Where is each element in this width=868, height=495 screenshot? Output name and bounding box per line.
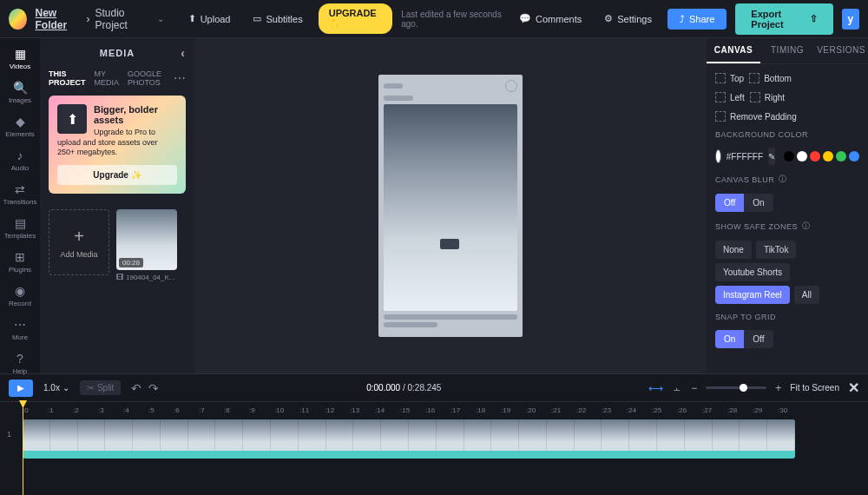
leftbar-item-plugins[interactable]: ⊞Plugins	[0, 247, 40, 277]
zoom-slider[interactable]	[706, 386, 766, 389]
add-media-button[interactable]: + Add Media	[49, 209, 109, 275]
tab-my-media[interactable]: MY MEDIA	[95, 69, 120, 87]
leftbar-item-more[interactable]: ⋯More	[0, 314, 40, 345]
canvas-area[interactable]	[194, 38, 707, 373]
settings-button[interactable]: ⚙Settings	[597, 9, 659, 29]
video-preview	[384, 104, 517, 311]
tab-timing[interactable]: TIMING	[760, 38, 814, 63]
video-clip[interactable]	[23, 419, 795, 451]
ruler-tick: :8	[224, 406, 249, 414]
subtitles-button[interactable]: ▭Subtitles	[246, 9, 309, 29]
leftbar-item-videos[interactable]: ▦Videos	[0, 43, 40, 74]
padding-top-check[interactable]: Top	[715, 73, 744, 83]
padding-right-check[interactable]: Right	[750, 92, 785, 102]
safezone-youtube-shorts[interactable]: Youtube Shorts	[715, 263, 790, 281]
avatar[interactable]: y	[842, 9, 860, 30]
plus-icon: +	[74, 227, 84, 247]
speed-selector[interactable]: 1.0x⌄	[43, 383, 69, 393]
safezone-tiktok[interactable]: TikTok	[756, 241, 797, 259]
audio-track[interactable]	[23, 450, 795, 459]
ruler-tick: :18	[476, 406, 501, 414]
split-button[interactable]: ✂Split	[80, 380, 121, 395]
ruler-tick: :21	[551, 406, 576, 414]
redo-button[interactable]: ↷	[148, 381, 159, 395]
zoom-out-icon[interactable]: −	[691, 382, 697, 394]
safezone-none[interactable]: None	[715, 241, 752, 259]
videos-icon: ▦	[15, 47, 26, 61]
ruler-tick: :16	[425, 406, 450, 414]
padding-left-check[interactable]: Left	[715, 92, 745, 102]
leftbar-item-templates[interactable]: ▤Templates	[0, 213, 40, 243]
share-button[interactable]: ⤴Share	[667, 9, 727, 30]
export-button[interactable]: Export Project⇧	[735, 3, 832, 35]
canvas-preview[interactable]	[378, 75, 523, 337]
info-icon[interactable]: ⓘ	[802, 221, 811, 232]
breadcrumb-folder[interactable]: New Folder	[36, 7, 82, 31]
breadcrumb: New Folder › Studio Project ⌄	[36, 7, 164, 31]
media-filename: 🎞190404_04_K...	[116, 274, 177, 281]
color-preset[interactable]	[836, 151, 846, 162]
collapse-icon[interactable]: ‹	[181, 46, 186, 60]
magnet-icon[interactable]: ⫠	[672, 382, 682, 394]
color-swatch[interactable]	[715, 149, 721, 163]
color-hex-input[interactable]: #FFFFFF	[727, 152, 763, 162]
export-icon: ⇧	[810, 13, 818, 24]
trim-icon[interactable]: ⟷	[648, 382, 663, 394]
upgrade-button[interactable]: UPGRADE ✨	[319, 3, 393, 34]
snap-on-button[interactable]: On	[715, 330, 744, 348]
snap-off-button[interactable]: Off	[744, 330, 773, 348]
zoom-in-icon[interactable]: +	[775, 382, 781, 394]
media-item[interactable]: 00:28 🎞190404_04_K...	[116, 209, 177, 281]
breadcrumb-project[interactable]: Studio Project	[95, 7, 148, 31]
ruler-tick: :24	[627, 406, 652, 414]
leftbar-item-elements[interactable]: ◆Elements	[0, 111, 40, 142]
color-preset[interactable]	[797, 151, 807, 162]
safezone-all[interactable]: All	[794, 286, 819, 304]
ruler-tick: :11	[299, 406, 325, 414]
padding-remove-check[interactable]: Remove Padding	[715, 111, 859, 122]
leftbar-item-record[interactable]: ◉Record	[0, 280, 40, 311]
subtitles-icon: ▭	[253, 13, 261, 24]
ruler-tick: :5	[148, 406, 174, 414]
eyedropper-icon[interactable]: ✎	[768, 148, 775, 165]
ruler-tick: :26	[677, 406, 702, 414]
promo-upgrade-button[interactable]: Upgrade ✨	[57, 165, 177, 185]
playhead[interactable]	[23, 402, 23, 495]
plugins-icon: ⊞	[15, 250, 25, 264]
ruler-tick: :2	[73, 406, 98, 414]
tab-this-project[interactable]: THIS PROJECT	[49, 69, 86, 87]
film-icon: 🎞	[116, 274, 123, 281]
info-icon[interactable]: ⓘ	[779, 174, 787, 185]
blur-on-button[interactable]: On	[744, 194, 773, 212]
undo-button[interactable]: ↶	[131, 381, 141, 395]
ruler-tick: :23	[602, 406, 627, 414]
blur-off-button[interactable]: Off	[715, 194, 744, 212]
tab-google-photos[interactable]: GOOGLE PHOTOS	[128, 69, 165, 87]
upload-button[interactable]: ⬆Upload	[181, 9, 238, 29]
timeline-ruler[interactable]: :0:1:2:3:4:5:6:7:8:9:10:11:12:13:14:15:1…	[0, 402, 868, 418]
ruler-tick: :0	[23, 406, 48, 414]
chevron-down-icon[interactable]: ⌄	[157, 14, 164, 23]
fit-to-screen-button[interactable]: Fit to Screen	[790, 383, 839, 393]
leftbar-item-audio[interactable]: ♪Audio	[0, 145, 40, 175]
tab-versions[interactable]: VERSIONS	[814, 38, 868, 63]
ruler-tick: :22	[576, 406, 602, 414]
leftbar-item-transitions[interactable]: ⇄Transitions	[0, 179, 40, 209]
snap-label: SNAP TO GRID	[715, 313, 859, 321]
app-logo[interactable]	[9, 9, 27, 30]
leftbar-item-images[interactable]: 🔍Images	[0, 77, 40, 108]
leftbar: ▦Videos🔍Images◆Elements♪Audio⇄Transition…	[0, 38, 40, 373]
tab-canvas[interactable]: CANVAS	[707, 38, 760, 63]
close-icon[interactable]: ✕	[848, 380, 859, 396]
safezone-instagram-reel[interactable]: Instagram Reel	[715, 286, 790, 304]
color-preset[interactable]	[784, 151, 794, 162]
color-preset[interactable]	[810, 151, 820, 162]
media-thumbnail[interactable]: 00:28	[116, 209, 177, 270]
color-preset[interactable]	[823, 151, 833, 162]
color-preset[interactable]	[849, 151, 859, 162]
timeline-tracks[interactable]: 1	[0, 418, 868, 495]
comments-button[interactable]: 💬Comments	[512, 9, 589, 29]
play-button[interactable]: ▶	[9, 380, 33, 397]
more-icon[interactable]: ⋯	[174, 71, 186, 85]
padding-bottom-check[interactable]: Bottom	[749, 73, 792, 83]
